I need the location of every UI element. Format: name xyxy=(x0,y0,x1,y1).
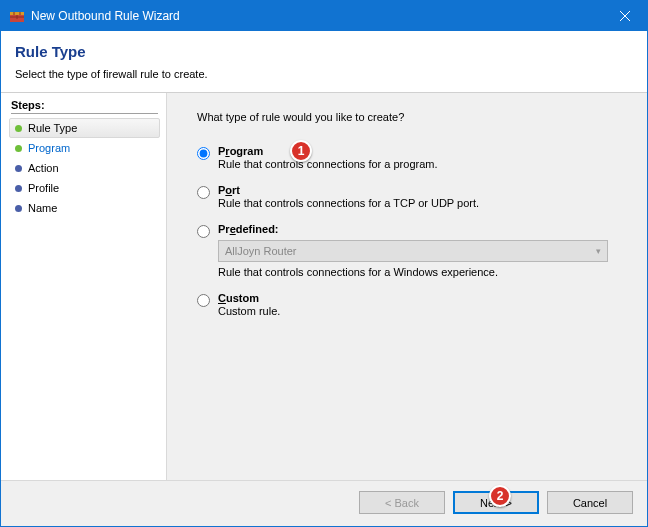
close-button[interactable] xyxy=(602,1,647,31)
predefined-select: AllJoyn Router▾ xyxy=(218,240,608,262)
step-label: Action xyxy=(28,162,59,174)
step-bullet-icon xyxy=(15,125,22,132)
steps-heading: Steps: xyxy=(11,99,158,114)
predefined-select-value: AllJoyn Router xyxy=(225,245,297,257)
step-label: Profile xyxy=(28,182,59,194)
step-bullet-icon xyxy=(15,145,22,152)
step-rule-type: Rule Type xyxy=(9,118,160,138)
step-label: Name xyxy=(28,202,57,214)
step-bullet-icon xyxy=(15,185,22,192)
content-panel: What type of rule would you like to crea… xyxy=(166,93,647,480)
wizard-window: New Outbound Rule Wizard Rule Type Selec… xyxy=(0,0,648,527)
firewall-icon xyxy=(9,8,25,24)
option-label-program[interactable]: Program xyxy=(218,145,629,157)
step-name: Name xyxy=(11,198,158,218)
annotation-badge-2: 2 xyxy=(489,485,511,507)
prompt-text: What type of rule would you like to crea… xyxy=(197,111,629,123)
step-label: Rule Type xyxy=(28,122,77,134)
wizard-header: Rule Type Select the type of firewall ru… xyxy=(1,31,647,93)
option-label-custom[interactable]: Custom xyxy=(218,292,629,304)
step-bullet-icon xyxy=(15,205,22,212)
radio-custom[interactable] xyxy=(197,294,210,307)
titlebar: New Outbound Rule Wizard xyxy=(1,1,647,31)
footer: < Back Next > Cancel 2 xyxy=(1,480,647,526)
radio-port[interactable] xyxy=(197,186,210,199)
steps-panel: Steps: Rule TypeProgramActionProfileName xyxy=(1,93,166,480)
window-title: New Outbound Rule Wizard xyxy=(31,9,602,23)
chevron-down-icon: ▾ xyxy=(596,246,601,256)
option-predefined: Predefined:AllJoyn Router▾Rule that cont… xyxy=(197,223,629,278)
option-port: PortRule that controls connections for a… xyxy=(197,184,629,209)
step-program[interactable]: Program xyxy=(11,138,158,158)
option-desc-port: Rule that controls connections for a TCP… xyxy=(218,197,629,209)
option-label-port[interactable]: Port xyxy=(218,184,629,196)
radio-predefined[interactable] xyxy=(197,225,210,238)
cancel-button[interactable]: Cancel xyxy=(547,491,633,514)
step-label: Program xyxy=(28,142,70,154)
option-desc-predefined: Rule that controls connections for a Win… xyxy=(218,266,629,278)
svg-rect-1 xyxy=(10,12,24,15)
option-label-predefined[interactable]: Predefined: xyxy=(218,223,629,235)
option-custom: CustomCustom rule. xyxy=(197,292,629,317)
radio-program[interactable] xyxy=(197,147,210,160)
step-profile: Profile xyxy=(11,178,158,198)
option-desc-custom: Custom rule. xyxy=(218,305,629,317)
annotation-badge-1: 1 xyxy=(290,140,312,162)
option-desc-program: Rule that controls connections for a pro… xyxy=(218,158,629,170)
page-title: Rule Type xyxy=(15,43,633,60)
page-subtitle: Select the type of firewall rule to crea… xyxy=(15,68,633,80)
step-action: Action xyxy=(11,158,158,178)
back-button[interactable]: < Back xyxy=(359,491,445,514)
option-program: ProgramRule that controls connections fo… xyxy=(197,145,629,170)
step-bullet-icon xyxy=(15,165,22,172)
